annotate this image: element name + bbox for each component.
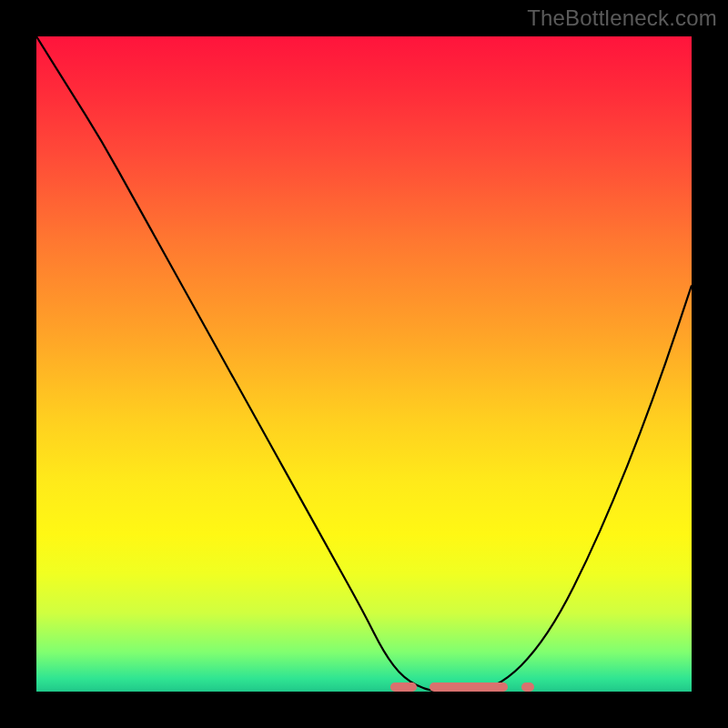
watermark-label: TheBottleneck.com — [527, 5, 717, 31]
bottleneck-curve — [36, 36, 692, 692]
chart-plot-area — [36, 36, 692, 692]
